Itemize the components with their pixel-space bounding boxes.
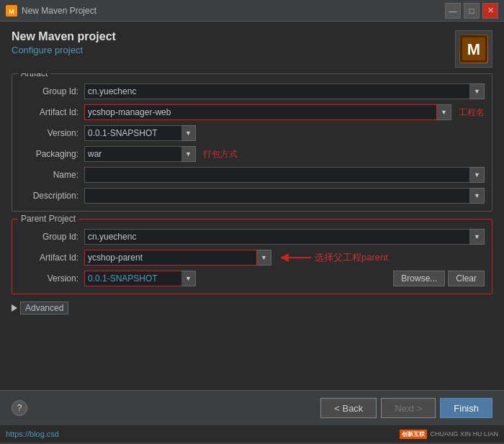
- packaging-label: Packaging:: [19, 149, 84, 159]
- group-id-input[interactable]: [84, 83, 470, 99]
- version-input[interactable]: [84, 125, 196, 141]
- parent-version-input[interactable]: [84, 271, 196, 286]
- url-text: https://blog.csd: [6, 430, 59, 438]
- packaging-annotation: 打包方式: [203, 148, 238, 160]
- help-button[interactable]: ?: [12, 400, 27, 416]
- parent-artifact-annotation: 选择父工程parent: [315, 251, 388, 264]
- advanced-triangle-icon: [12, 304, 17, 312]
- logo-container: M: [455, 30, 492, 68]
- artifact-section: Artifact Group Id: ▼ Artifact Id: ▼ 工程名: [12, 73, 492, 212]
- finish-button[interactable]: Finish: [440, 398, 492, 418]
- name-dropdown[interactable]: ▼: [470, 167, 485, 183]
- version-label: Version:: [19, 128, 84, 138]
- parent-group-id-row: Group Id: ▼: [19, 229, 485, 245]
- url-bar: https://blog.csd 创新互联 CHUANG XIN HU LIAN: [0, 425, 504, 443]
- dialog-header: New Maven project Configure project M: [0, 22, 504, 73]
- dialog-title: New Maven project: [12, 30, 116, 43]
- description-input[interactable]: [84, 188, 470, 204]
- advanced-toggle[interactable]: Advanced: [12, 302, 492, 314]
- next-button[interactable]: Next >: [381, 398, 436, 418]
- navigation-buttons: ? < Back Next > Finish: [0, 391, 504, 425]
- advanced-label: Advanced: [20, 302, 68, 314]
- parent-version-label: Version:: [19, 273, 84, 284]
- group-id-dropdown[interactable]: ▼: [470, 83, 485, 99]
- version-row: Version: ▼: [19, 125, 485, 141]
- main-content: New Maven project Configure project M Ar…: [0, 22, 504, 444]
- svg-text:M: M: [467, 40, 480, 58]
- parent-group-id-label: Group Id:: [19, 232, 84, 242]
- back-button[interactable]: < Back: [320, 398, 377, 418]
- description-dropdown[interactable]: ▼: [470, 188, 485, 204]
- artifact-id-annotation: 工程名: [459, 107, 485, 119]
- parent-artifact-id-label: Artifact Id:: [19, 253, 84, 263]
- artifact-legend: Artifact: [18, 73, 50, 78]
- maven-logo: M: [459, 35, 488, 63]
- watermark-container: 创新互联 CHUANG XIN HU LIAN: [400, 430, 498, 439]
- form-area: Artifact Group Id: ▼ Artifact Id: ▼ 工程名: [0, 73, 504, 390]
- description-label: Description:: [19, 191, 84, 201]
- parent-annotation-container: 选择父工程parent: [279, 250, 388, 265]
- packaging-input[interactable]: [84, 146, 196, 162]
- parent-artifact-id-input[interactable]: [84, 250, 257, 266]
- group-id-label: Group Id:: [19, 86, 84, 96]
- name-row: Name: ▼: [19, 167, 485, 183]
- watermark-badge: 创新互联: [400, 430, 427, 439]
- packaging-row: Packaging: ▼ 打包方式: [19, 146, 485, 162]
- window-title: New Maven Project: [22, 6, 445, 16]
- artifact-id-row: Artifact Id: ▼ 工程名: [19, 104, 485, 120]
- header-text: New Maven project Configure project: [12, 30, 116, 55]
- window-controls: — □ ✕: [445, 3, 498, 19]
- parent-artifact-id-row: Artifact Id: ▼ 选择父工程paren: [19, 250, 485, 266]
- svg-text:M: M: [9, 8, 14, 15]
- parent-legend: Parent Project: [18, 214, 78, 224]
- maximize-button[interactable]: □: [464, 3, 480, 19]
- browse-button[interactable]: Browse...: [393, 271, 445, 286]
- group-id-row: Group Id: ▼: [19, 83, 485, 99]
- minimize-button[interactable]: —: [445, 3, 461, 19]
- parent-version-row: Version: ▼ Browse... Clear: [19, 271, 485, 286]
- description-row: Description: ▼: [19, 188, 485, 204]
- parent-group-id-input[interactable]: [84, 229, 470, 245]
- dialog-subtitle: Configure project: [12, 45, 116, 55]
- name-label: Name:: [19, 170, 84, 180]
- browse-clear-container: Browse... Clear: [393, 271, 485, 286]
- parent-group-id-dropdown[interactable]: ▼: [470, 229, 485, 245]
- title-bar: M New Maven Project — □ ✕: [0, 0, 504, 22]
- artifact-id-label: Artifact Id:: [19, 107, 84, 117]
- annotation-arrow-icon: [279, 250, 315, 265]
- watermark-text: CHUANG XIN HU LIAN: [430, 430, 498, 438]
- bottom-bar: ? < Back Next > Finish https://blog.csd …: [0, 390, 504, 444]
- parent-section: Parent Project Group Id: ▼ Artifact Id: …: [12, 219, 492, 294]
- artifact-id-dropdown[interactable]: ▼: [437, 104, 451, 120]
- app-icon: M: [6, 5, 17, 17]
- close-button[interactable]: ✕: [482, 3, 498, 19]
- artifact-id-input[interactable]: [84, 104, 437, 120]
- clear-button[interactable]: Clear: [448, 271, 485, 286]
- spacer: [12, 314, 492, 336]
- name-input[interactable]: [84, 167, 470, 183]
- parent-artifact-id-dropdown[interactable]: ▼: [257, 250, 271, 266]
